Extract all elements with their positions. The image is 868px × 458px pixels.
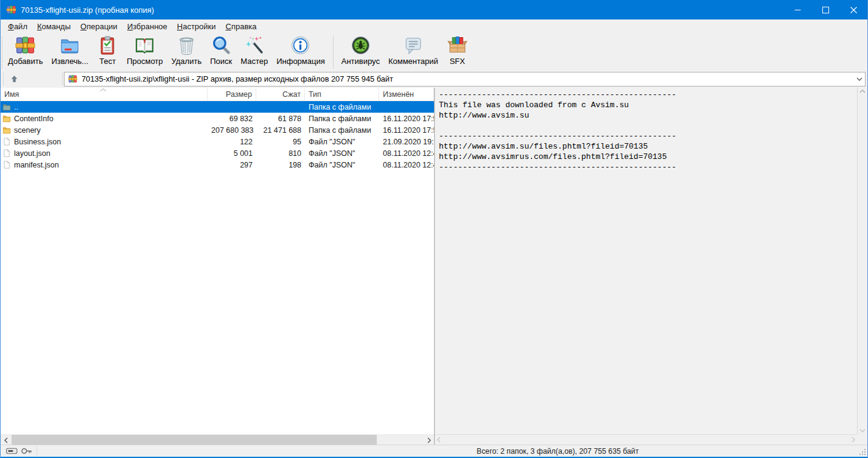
folder-icon — [2, 114, 11, 122]
chevron-down-icon[interactable] — [859, 429, 866, 432]
minimize-button[interactable] — [783, 0, 811, 19]
col-type-cell: Файл "JSON" — [305, 161, 379, 169]
file-name-cell: ContentInfo — [1, 114, 208, 123]
antivirus-icon — [350, 35, 371, 55]
toolbar-button-label: Мастер — [240, 57, 268, 66]
col-modified-cell: 08.11.2020 12:45 — [379, 161, 434, 169]
window-controls — [783, 0, 867, 19]
col-modified-header[interactable]: Изменён — [379, 88, 434, 101]
col-modified-cell: 08.11.2020 12:45 — [379, 149, 434, 158]
toolbar-button-label: Удалить — [172, 57, 202, 66]
extract-button[interactable]: Извлечь... — [47, 35, 93, 66]
view-button[interactable]: Просмотр — [122, 35, 167, 66]
info-button[interactable]: Информация — [272, 35, 329, 66]
list-header: ИмяРазмерСжатТипИзменён — [1, 88, 434, 101]
col-size-cell: 69 832 — [208, 114, 256, 123]
col-compressed-cell: 95 — [256, 138, 305, 146]
col-type-cell: Папка с файлами — [305, 126, 379, 135]
col-type-header[interactable]: Тип — [305, 88, 379, 101]
chevron-right-icon — [427, 437, 431, 443]
col-compressed-header[interactable]: Сжат — [256, 88, 305, 101]
chevron-down-icon[interactable] — [856, 77, 863, 81]
resize-grip[interactable] — [858, 448, 866, 456]
col-size-header[interactable]: Размер — [208, 88, 256, 101]
menu-operations[interactable]: Операции — [75, 19, 122, 33]
comment-panel: ----------------------------------------… — [435, 88, 867, 445]
test-button[interactable]: Тест — [93, 35, 122, 66]
file-name: layout.json — [14, 149, 51, 158]
menu-settings[interactable]: Настройки — [172, 19, 221, 33]
add-button[interactable]: Добавить — [4, 35, 47, 66]
comment-button[interactable]: Комментарий — [384, 35, 443, 66]
view-book-icon — [134, 35, 155, 55]
status-bar: Всего: 2 папок, 3 файл(а,ов), 207 755 63… — [1, 445, 867, 457]
main-area: ИмяРазмерСжатТипИзменён ..Папка с файлам… — [1, 88, 867, 445]
file-row[interactable]: Business.json12295Файл "JSON"21.09.2020 … — [1, 136, 434, 147]
scrollbar-thumb[interactable] — [12, 435, 377, 445]
file-row[interactable]: layout.json5 001810Файл "JSON"08.11.2020… — [1, 147, 434, 159]
delete-button[interactable]: Удалить — [167, 35, 206, 66]
window-title: 70135-xflight-usii.zip (пробная копия) — [21, 5, 154, 15]
maximize-button[interactable] — [811, 0, 839, 19]
disk-icon — [6, 447, 18, 455]
toolbar-button-label: SFX — [450, 57, 465, 66]
archive-comment-text[interactable]: ----------------------------------------… — [435, 88, 857, 434]
sfx-button[interactable]: SFX — [443, 35, 472, 66]
winrar-window: 70135-xflight-usii.zip (пробная копия) Ф… — [0, 0, 868, 458]
comment-horizontal-scrollbar[interactable] — [435, 434, 857, 445]
toolbar: ДобавитьИзвлечь...ТестПросмотрУдалитьПои… — [1, 33, 867, 71]
toolbar-button-label: Просмотр — [127, 57, 163, 66]
up-arrow-icon — [10, 74, 19, 83]
search-button[interactable]: Поиск — [206, 35, 236, 66]
chevron-up-icon[interactable] — [859, 90, 866, 93]
close-button[interactable] — [839, 0, 867, 19]
wizard-button[interactable]: Мастер — [236, 35, 272, 66]
menu-favorites[interactable]: Избранное — [122, 19, 172, 33]
winrar-app-icon — [6, 5, 16, 15]
file-row[interactable]: ContentInfo69 83261 878Папка с файлами16… — [1, 113, 434, 124]
extract-folder-icon — [59, 35, 80, 55]
archive-path-combobox[interactable]: 70135-xflight-usii.zip\xflight-usii - ZI… — [64, 72, 866, 86]
status-separator — [37, 446, 37, 456]
file-icon — [2, 149, 11, 157]
addressbar-grip[interactable] — [3, 73, 4, 85]
toolbar-button-label: Комментарий — [388, 57, 438, 66]
toolbar-button-label: Информация — [276, 57, 325, 66]
antivirus-button[interactable]: Антивирус — [337, 35, 384, 66]
file-list-panel: ИмяРазмерСжатТипИзменён ..Папка с файлам… — [1, 88, 434, 445]
comment-vertical-scrollbar[interactable] — [857, 88, 867, 434]
menu-file[interactable]: Файл — [3, 19, 32, 33]
toolbar-grip[interactable] — [2, 37, 2, 68]
menu-help[interactable]: Справка — [221, 19, 262, 33]
file-name-cell: layout.json — [1, 149, 208, 158]
file-row[interactable]: ..Папка с файлами — [1, 101, 434, 113]
list-horizontal-scrollbar[interactable] — [1, 434, 434, 445]
menu-commands[interactable]: Команды — [32, 19, 75, 33]
comment-icon — [402, 35, 424, 55]
file-name: Business.json — [14, 138, 61, 146]
file-name: manifest.json — [14, 161, 59, 169]
col-type-cell: Папка с файлами — [305, 103, 379, 111]
scroll-left-button[interactable] — [1, 435, 11, 445]
status-icons — [1, 447, 32, 455]
folder-icon — [2, 126, 11, 134]
col-type-cell: Файл "JSON" — [305, 149, 379, 158]
file-name: .. — [14, 103, 18, 111]
file-row[interactable]: manifest.json297198Файл "JSON"08.11.2020… — [1, 159, 434, 171]
col-compressed-cell: 61 878 — [256, 114, 305, 123]
file-icon — [2, 138, 11, 146]
scrollbar-corner — [857, 434, 867, 445]
chevron-left-icon[interactable] — [437, 437, 441, 443]
chevron-right-icon[interactable] — [852, 437, 855, 443]
close-icon — [850, 7, 857, 13]
up-one-level-button[interactable] — [5, 72, 23, 86]
col-compressed-cell: 198 — [256, 161, 305, 169]
scroll-right-button[interactable] — [424, 435, 434, 445]
file-row[interactable]: scenery207 680 38321 471 688Папка с файл… — [1, 124, 434, 136]
file-name-cell: .. — [1, 103, 208, 111]
col-compressed-cell: 810 — [256, 149, 305, 158]
combo-grip[interactable] — [62, 73, 63, 85]
status-total-text: Всего: 2 папок, 3 файл(а,ов), 207 755 63… — [477, 447, 639, 456]
col-size-cell: 122 — [208, 138, 256, 146]
toolbar-button-label: Добавить — [8, 57, 43, 66]
